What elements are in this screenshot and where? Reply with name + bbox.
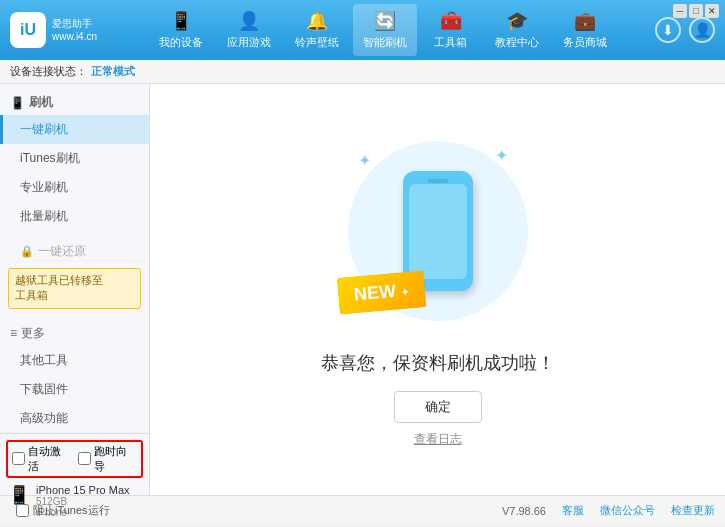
feedback-link[interactable]: 客服 [562,503,584,518]
sidebar-item-download-firmware[interactable]: 下载固件 [0,375,149,404]
logo-text: 爱思助手 www.i4.cn [52,17,97,43]
stop-itunes-checkbox[interactable] [16,504,29,517]
nav-apps-games[interactable]: 👤 应用游戏 [217,4,281,56]
window-controls: ─ □ ✕ [673,4,719,18]
sidebar: 📱 刷机 一键刷机 iTunes刷机 专业刷机 批量刷机 🔒 一键还原 越狱工 [0,84,150,495]
main-content: ✦ ✦ NEW ✦ 恭喜您，保资料刷机成功啦！ 确定 查看日志 [150,84,725,495]
status-bar: 设备连接状态： 正常模式 [0,60,725,84]
header: iU 爱思助手 www.i4.cn 📱 我的设备 👤 应用游戏 🔔 铃声壁纸 🔄… [0,0,725,60]
auto-activate-input[interactable] [12,452,25,465]
nav-services[interactable]: 💼 务员商城 [553,4,617,56]
sparkle-icon-tr: ✦ [495,146,508,165]
flash-icon: 🔄 [374,10,396,32]
nav-tools[interactable]: 🧰 工具箱 [421,4,481,56]
auto-activate-checkbox[interactable]: 自动激活 [12,444,72,474]
confirm-button[interactable]: 确定 [394,391,482,423]
footer-main: V7.98.66 客服 微信公众号 检查更新 [150,503,725,518]
success-message: 恭喜您，保资料刷机成功啦！ [321,351,555,375]
log-link[interactable]: 查看日志 [414,431,462,448]
nav-ringtones[interactable]: 🔔 铃声壁纸 [285,4,349,56]
more-section-icon: ≡ [10,326,17,340]
time-guide-checkbox[interactable]: 跑时向导 [78,444,138,474]
sidebar-item-other-tools[interactable]: 其他工具 [0,346,149,375]
device-name: iPhone 15 Pro Max [36,484,130,496]
sidebar-flash-section: 📱 刷机 [0,90,149,115]
sidebar-item-pro-flash[interactable]: 专业刷机 [0,173,149,202]
flash-section-icon: 📱 [10,96,25,110]
sidebar-item-one-key-flash[interactable]: 一键刷机 [0,115,149,144]
maximize-button[interactable]: □ [689,4,703,18]
time-guide-input[interactable] [78,452,91,465]
nav-bar: 📱 我的设备 👤 应用游戏 🔔 铃声壁纸 🔄 智能刷机 🧰 工具箱 🎓 [110,4,655,56]
user-button[interactable]: 👤 [689,17,715,43]
sparkle-icon-tl: ✦ [358,151,371,170]
apps-icon: 👤 [238,10,260,32]
version-text: V7.98.66 [502,505,546,517]
download-button[interactable]: ⬇ [655,17,681,43]
footer-left: 阻止iTunes运行 [0,501,150,520]
stop-itunes-row: 阻止iTunes运行 [8,501,118,520]
header-right: ⬇ 👤 [655,17,715,43]
sidebar-item-one-key-restore: 🔒 一键还原 [0,239,149,264]
sidebar-item-batch-flash[interactable]: 批量刷机 [0,202,149,231]
sidebar-item-advanced[interactable]: 高级功能 [0,404,149,433]
close-button[interactable]: ✕ [705,4,719,18]
sidebar-more-section: ≡ 更多 [0,321,149,346]
tutorials-icon: 🎓 [506,10,528,32]
sidebar-item-itunes-flash[interactable]: iTunes刷机 [0,144,149,173]
logo: iU 爱思助手 www.i4.cn [10,12,110,48]
phone-screen [409,184,467,279]
nav-tutorials[interactable]: 🎓 教程中心 [485,4,549,56]
tools-icon: 🧰 [440,10,462,32]
new-badge: NEW ✦ [336,270,426,314]
services-icon: 💼 [574,10,596,32]
phone-notch [428,179,448,183]
logo-icon: iU [10,12,46,48]
check-update-link[interactable]: 检查更新 [671,503,715,518]
nav-my-device[interactable]: 📱 我的设备 [149,4,213,56]
minimize-button[interactable]: ─ [673,4,687,18]
activation-row: 自动激活 跑时向导 [6,440,143,478]
wechat-link[interactable]: 微信公众号 [600,503,655,518]
warning-box: 越狱工具已转移至 工具箱 [8,268,141,309]
device-icon: 📱 [170,10,192,32]
phone-illustration: ✦ ✦ NEW ✦ [338,131,538,331]
ringtones-icon: 🔔 [306,10,328,32]
nav-smart-flash[interactable]: 🔄 智能刷机 [353,4,417,56]
status-text: 正常模式 [91,64,135,79]
